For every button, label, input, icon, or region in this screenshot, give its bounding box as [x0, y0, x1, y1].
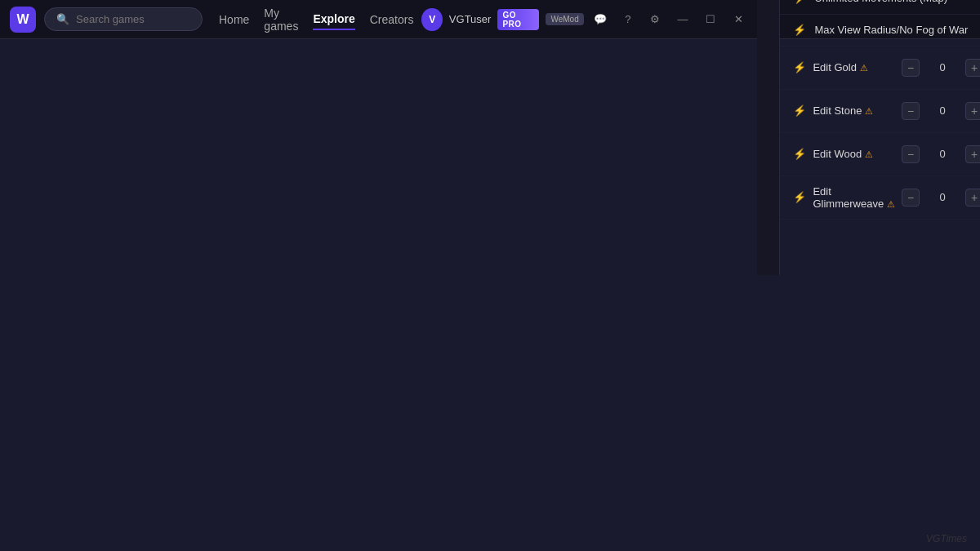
app-logo[interactable]: W — [10, 7, 36, 33]
page-inner: Explore › Songs of Conquest ☆ ♦SteamGGOG… — [757, 0, 980, 275]
inv-mod-name-2: Edit Stone⚠ — [813, 104, 895, 117]
stepper-val-3: 0 — [926, 148, 959, 160]
stepper-minus-1[interactable]: − — [902, 59, 920, 77]
stepper-plus-2[interactable]: + — [965, 102, 980, 120]
mods-list: ▶ Read before playing ⚡ Unlimited Health… — [780, 0, 980, 275]
mod-lightning-icon: ⚡ — [793, 104, 806, 117]
warn-icon: ⚠ — [865, 149, 873, 159]
stepper-plus-4[interactable]: + — [965, 189, 980, 207]
category-sidebar: 👤Player⊞Inventory — [757, 0, 780, 275]
stepper-minus-2[interactable]: − — [902, 102, 920, 120]
warn-icon: ⚠ — [887, 199, 895, 209]
mod-name-5: Max View Radius/No Fog of War — [814, 24, 974, 36]
search-input[interactable] — [76, 13, 190, 25]
stepper-plus-1[interactable]: + — [965, 59, 980, 77]
mod-item-inv-3: ⚡ Edit Wood⚠ − 0 + ↑ ALT NUMPAD 3 ↓ CTRL… — [780, 133, 980, 176]
mod-lightning-icon: ⚡ — [793, 61, 806, 73]
username-label: VGTuser — [449, 13, 492, 25]
titlebar: W 🔍 HomeMy gamesExploreCreators V VGTuse… — [0, 0, 980, 39]
mod-lightning-icon: ⚡ — [793, 0, 806, 4]
search-icon: 🔍 — [56, 13, 69, 25]
mod-item-inv-2: ⚡ Edit Stone⚠ − 0 + ↑ ALT NUMPAD 2 ↓ CTR… — [780, 90, 980, 133]
inv-mod-name-4: Edit Glimmerweave⚠ — [813, 185, 895, 210]
main-nav: HomeMy gamesExploreCreators — [219, 3, 413, 36]
mod-name-4: Unlimited Movements (Map) — [814, 0, 974, 4]
stepper-val-4: 0 — [926, 191, 959, 203]
warn-icon: ⚠ — [865, 106, 873, 116]
watermark: VGTimes — [926, 533, 967, 544]
stepper-minus-3[interactable]: − — [902, 145, 920, 163]
maximize-button[interactable]: ☐ — [700, 8, 721, 31]
nav-explore[interactable]: Explore — [313, 9, 354, 30]
discord-icon[interactable]: 💬 — [590, 8, 611, 31]
mod-item-inv-1: ⚡ Edit Gold⚠ − 0 + ↑ ALT NUMPAD 1 ↓ CTRL… — [780, 47, 980, 90]
inv-mod-name-3: Edit Wood⚠ — [813, 148, 895, 160]
mod-item-player-5: ⚡ Max View Radius/No Fog of War OFF ⇄ NU… — [780, 15, 980, 47]
titlebar-right: V VGTuser GO PRO WeMod 💬 ? ⚙ — ☐ ✕ — [421, 8, 749, 31]
stepper-minus-4[interactable]: − — [902, 189, 920, 207]
mod-lightning-icon: ⚡ — [793, 191, 806, 203]
minimize-button[interactable]: — — [672, 8, 693, 31]
support-badge: WeMod — [546, 13, 583, 25]
nav-home[interactable]: Home — [219, 10, 249, 29]
stepper-val-1: 0 — [926, 61, 959, 73]
inv-mod-name-1: Edit Gold⚠ — [813, 61, 895, 73]
mod-item-player-4: ⚡ Unlimited Movements (Map) OFF ⇄ NUMPAD… — [780, 0, 980, 15]
mod-lightning-icon: ⚡ — [793, 24, 806, 36]
help-icon[interactable]: ? — [617, 8, 638, 31]
content-area: 👤Player⊞Inventory ▶ Read before playing … — [757, 0, 980, 275]
close-button[interactable]: ✕ — [728, 8, 749, 31]
avatar: V — [421, 8, 442, 31]
mod-item-inv-4: ⚡ Edit Glimmerweave⚠ − 0 + ↑ ALT NUMPAD … — [780, 176, 980, 220]
nav-creators[interactable]: Creators — [370, 10, 414, 29]
gopro-badge[interactable]: GO PRO — [497, 9, 539, 30]
search-box[interactable]: 🔍 — [44, 7, 203, 31]
nav-my-games[interactable]: My games — [264, 3, 298, 36]
page-area: Explore › Songs of Conquest ☆ ♦SteamGGOG… — [757, 0, 980, 275]
mod-lightning-icon: ⚡ — [793, 148, 806, 160]
main-content: Explore › Songs of Conquest ☆ ♦SteamGGOG… — [757, 0, 980, 275]
stepper-val-2: 0 — [926, 104, 959, 117]
stepper-plus-3[interactable]: + — [965, 145, 980, 163]
warn-icon: ⚠ — [860, 63, 868, 73]
settings-icon[interactable]: ⚙ — [645, 8, 666, 31]
